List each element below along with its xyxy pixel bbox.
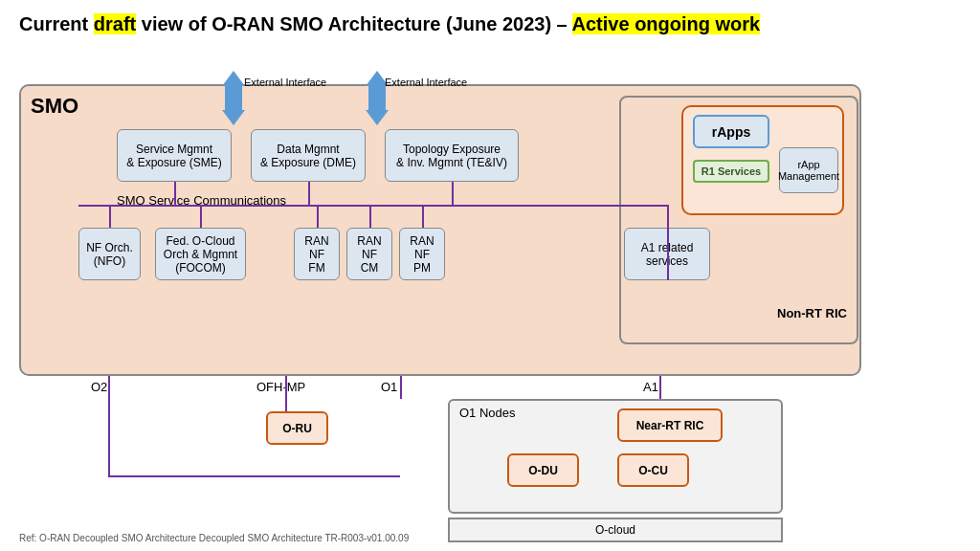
arrow-down-head: [222, 110, 245, 125]
o-cu-box: O-CU: [617, 453, 689, 487]
data-mgmt-box: Data Mgmnt& Exposure (DME): [251, 129, 366, 182]
title-draft: draft: [94, 13, 136, 34]
data-mgmt-label: Data Mgmnt& Exposure (DME): [260, 143, 356, 169]
page-container: Current draft view of O-RAN SMO Architec…: [0, 0, 980, 551]
ofh-mp-label: OFH-MP: [256, 380, 305, 394]
a1-vline: [659, 376, 661, 399]
ext-label-2: External Interface: [385, 77, 467, 88]
title-active: Active ongoing work: [572, 13, 761, 34]
vline-nfo: [109, 205, 111, 228]
title-middle: view of O-RAN SMO Architecture (June 202…: [136, 13, 571, 34]
ran-nf-pm-label: RANNFPM: [410, 234, 434, 275]
o1-label: O1: [381, 380, 397, 394]
ran-nf-cm-label: RANNFCM: [357, 234, 381, 275]
vline-te: [452, 182, 454, 205]
ref-text: Ref: O-RAN Decoupled SMO Architecture De…: [19, 533, 409, 543]
arrow-shaft2: [368, 86, 386, 110]
a1-label: A1: [643, 380, 658, 394]
nf-orch-box: NF Orch.(NFO): [78, 228, 141, 280]
vline-ran1: [317, 205, 319, 228]
o2-vline: [108, 376, 110, 476]
o-du-label: O-DU: [528, 464, 558, 477]
vline-dme: [308, 182, 310, 205]
ran-nf-cm-box: RANNFCM: [346, 228, 392, 280]
o2-label: O2: [91, 380, 107, 394]
arrow-down-head2: [366, 110, 389, 125]
near-rt-ric-box: Near-RT RIC: [617, 408, 723, 442]
o-cu-label: O-CU: [638, 464, 668, 477]
o-ru-box: O-RU: [266, 411, 328, 445]
vline-a1-inner: [667, 205, 669, 280]
near-rt-ric-label: Near-RT RIC: [636, 419, 704, 432]
hline-a1: [614, 205, 667, 207]
topology-label: Topology Exposure& Inv. Mgmnt (TE&IV): [396, 143, 507, 169]
arrow-up-head: [222, 71, 245, 86]
o1-nodes-label: O1 Nodes: [459, 406, 516, 420]
nf-orch-label: NF Orch.(NFO): [86, 241, 133, 268]
o1-nodes-container: O1 Nodes Near-RT RIC O-DU O-CU: [448, 399, 783, 514]
ext-arrow-left: [222, 71, 245, 125]
o-ru-label: O-RU: [282, 422, 312, 435]
title-prefix: Current: [19, 13, 94, 34]
vline-ran3: [422, 205, 424, 228]
smo-label: SMO: [31, 94, 78, 119]
ran-nf-fm-label: RANNFFM: [304, 234, 328, 275]
ran-nf-fm-box: RANNFFM: [294, 228, 340, 280]
o-du-box: O-DU: [507, 453, 579, 487]
arrow-shaft: [225, 86, 242, 110]
vline-focom: [200, 205, 202, 228]
service-mgmt-label: Service Mgmnt& Exposure (SME): [126, 143, 221, 169]
o1-vline: [400, 376, 402, 399]
page-title: Current draft view of O-RAN SMO Architec…: [19, 11, 961, 36]
ran-nf-pm-box: RANNFPM: [399, 228, 445, 280]
smo-container: SMO Service Mgmnt& Exposure (SME) Data M…: [19, 84, 861, 376]
ocloud-label: O-cloud: [595, 523, 635, 537]
service-mgmt-box: Service Mgmnt& Exposure (SME): [117, 129, 232, 182]
smc-line: [78, 205, 614, 207]
nonrt-ric-label: Non-RT RIC: [777, 306, 847, 320]
topology-box: Topology Exposure& Inv. Mgmnt (TE&IV): [385, 129, 519, 182]
vline-sme: [174, 182, 176, 205]
bottom-hline: [108, 475, 400, 477]
vline-ran2: [369, 205, 371, 228]
fed-ocloud-label: Fed. O-CloudOrch & Mgmnt(FOCOM): [164, 234, 237, 275]
ocloud-box: O-cloud: [448, 518, 783, 542]
fed-ocloud-box: Fed. O-CloudOrch & Mgmnt(FOCOM): [155, 228, 246, 280]
ext-label-1: External Interface: [244, 77, 326, 88]
